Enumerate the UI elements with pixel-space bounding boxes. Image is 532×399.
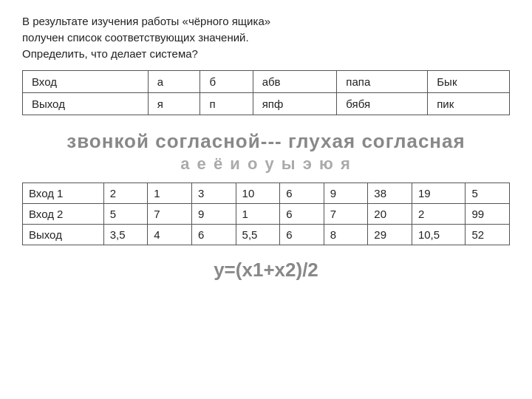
table-cell: 99 — [466, 204, 510, 225]
table-cell: пик — [428, 93, 510, 115]
table-cell: бябя — [337, 93, 428, 115]
zvonkoy-text: звонкой согласной--- глухая согласная — [66, 130, 465, 153]
table-row: Вход 1213106938195 — [23, 183, 510, 204]
table-cell: 20 — [368, 204, 412, 225]
table-cell: 6 — [280, 183, 324, 204]
table-cell: 4 — [148, 225, 192, 245]
intro-line1: В результате изучения работы «чёрного ящ… — [22, 15, 270, 27]
table-cell: япф — [253, 93, 337, 115]
table-cell: 5 — [103, 204, 148, 225]
table-cell: 10,5 — [412, 225, 465, 245]
table-cell: 9 — [191, 204, 236, 225]
table-cell: 5 — [466, 183, 510, 204]
table1: ВходабабвпапаБыкВыходяпяпфбябяпик — [22, 70, 510, 115]
table-row: Вход 257916720299 — [23, 204, 510, 225]
table-cell: 19 — [412, 183, 465, 204]
table-cell: 3 — [191, 183, 236, 204]
table-row: ВходабабвпапаБык — [23, 71, 510, 93]
table-cell: п — [200, 93, 253, 115]
table-cell: 38 — [368, 183, 412, 204]
table-cell: 1 — [236, 204, 280, 225]
table-row: Выход3,5465,5682910,552 — [23, 225, 510, 245]
table-cell: 1 — [148, 183, 192, 204]
table2: Вход 1213106938195Вход 257916720299Выход… — [22, 183, 510, 245]
table-cell: 7 — [324, 204, 368, 225]
row-label: Вход 1 — [23, 183, 104, 204]
table-cell: 52 — [466, 225, 510, 245]
table-cell: 10 — [236, 183, 280, 204]
table-cell: 3,5 — [103, 225, 148, 245]
table-cell: 6 — [280, 225, 324, 245]
table-cell: 8 — [324, 225, 368, 245]
row-label: Вход 2 — [23, 204, 104, 225]
middle-section: звонкой согласной--- глухая согласная а … — [22, 130, 510, 174]
table-row: Выходяпяпфбябяпик — [23, 93, 510, 115]
row-label: Выход — [23, 93, 149, 115]
table-cell: 7 — [148, 204, 192, 225]
table-cell: я — [148, 93, 200, 115]
table-cell: 29 — [368, 225, 412, 245]
row-label: Вход — [23, 71, 149, 93]
table-cell: 6 — [191, 225, 236, 245]
table-cell: 5,5 — [236, 225, 280, 245]
formula-text: y=(x1+x2)/2 — [22, 259, 510, 282]
row-label: Выход — [23, 225, 104, 245]
vowels-text: а е ё и о у ы э ю я — [180, 154, 351, 174]
table-cell: 2 — [412, 204, 465, 225]
table-cell: абв — [253, 71, 337, 93]
intro-text: В результате изучения работы «чёрного ящ… — [22, 13, 510, 61]
page: В результате изучения работы «чёрного ящ… — [0, 0, 532, 399]
table-cell: Бык — [428, 71, 510, 93]
intro-line2: получен список соответствующих значений. — [22, 31, 249, 44]
table-cell: 2 — [103, 183, 148, 204]
table-cell: 6 — [280, 204, 324, 225]
table-cell: папа — [337, 71, 428, 93]
intro-line3: Определить, что делает система? — [22, 47, 198, 60]
table-cell: а — [148, 71, 200, 93]
table-cell: 9 — [324, 183, 368, 204]
table-cell: б — [200, 71, 253, 93]
